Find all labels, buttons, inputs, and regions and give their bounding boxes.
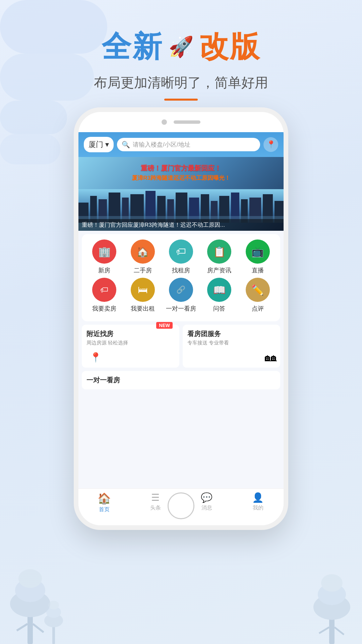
nav-review[interactable]: ✏️ 点评 <box>241 278 275 313</box>
live-icon-circle: 📺 <box>246 239 270 264</box>
location-icon: 📍 <box>266 140 276 149</box>
tree-right <box>305 557 359 644</box>
banner-bottom-text: 重磅！厦门官方回应厦漳R3跨海隧道！迟迟不动工原因... <box>82 221 280 229</box>
city-name: 厦门 <box>88 140 103 150</box>
let-icon-circle: 🛏 <box>131 278 155 302</box>
news-label: 房产资讯 <box>207 266 231 274</box>
nav-news[interactable]: 📋 房产资讯 <box>202 239 236 274</box>
phone-inner: 厦门 ▾ 🔍 请输入楼盘/小区/地址 📍 <box>78 132 284 525</box>
review-icon: ✏️ <box>251 284 264 296</box>
search-input[interactable]: 🔍 请输入楼盘/小区/地址 <box>117 138 260 151</box>
nearby-subtitle: 周边房源 轻松选择 <box>86 340 175 346</box>
phone-notch <box>78 112 284 132</box>
tab-profile[interactable]: 👤 我的 <box>232 492 284 512</box>
one-one-section-title: 一对一看房 <box>86 376 276 385</box>
search-placeholder-text: 请输入楼盘/小区/地址 <box>133 141 190 149</box>
small-tree-left <box>40 590 67 644</box>
headline-tab-icon: ☰ <box>151 492 160 503</box>
home-tab-icon: 🏠 <box>98 492 111 505</box>
nav-second-house[interactable]: 🏠 二手房 <box>126 239 160 274</box>
nav-qa[interactable]: 📖 问答 <box>202 278 236 313</box>
second-house-icon-circle: 🏠 <box>131 239 155 264</box>
headline-tab-label: 头条 <box>150 504 161 512</box>
svg-point-30 <box>321 574 343 592</box>
sell-icon-circle: 🏷 <box>92 278 116 302</box>
house-icon: 🏠 <box>136 246 149 258</box>
new-house-label: 新房 <box>98 266 110 274</box>
tab-home[interactable]: 🏠 首页 <box>78 492 130 513</box>
phone-camera <box>162 119 167 125</box>
let-label: 我要出租 <box>131 305 155 313</box>
search-area: 厦门 ▾ 🔍 请输入楼盘/小区/地址 📍 <box>78 132 284 157</box>
header-section: 全新 🚀 改版 布局更加清晰明了，简单好用 <box>0 27 362 101</box>
house-group-icon: 🏘 <box>265 350 277 364</box>
banner-headline1: 重磅！厦门官方最新回应！ <box>78 164 284 173</box>
phone-speaker <box>174 120 200 124</box>
review-label: 点评 <box>252 305 264 313</box>
map-pin-icon: 📍 <box>90 352 102 363</box>
header-divider <box>164 99 198 101</box>
banner-headline2: 厦漳R3跨海隧道迟迟不动工原因曝光！ <box>78 174 284 182</box>
profile-tab-icon: 👤 <box>252 492 264 503</box>
building-icon: 🏢 <box>98 246 111 258</box>
nav-new-house[interactable]: 🏢 新房 <box>87 239 121 274</box>
tour-service-card[interactable]: 看房团服务 专车接送 专业带看 🏘 <box>183 325 280 368</box>
profile-tab-label: 我的 <box>253 504 263 512</box>
rent-label: 找租房 <box>172 266 190 274</box>
city-silhouette <box>78 189 284 223</box>
message-tab-icon: 💬 <box>201 492 213 503</box>
qa-label: 问答 <box>213 305 225 313</box>
tour-title: 看房团服务 <box>187 329 276 338</box>
location-button[interactable]: 📍 <box>263 137 278 152</box>
svg-line-25 <box>17 624 27 631</box>
message-tab-label: 消息 <box>201 504 212 512</box>
sell-icon: 🏷 <box>100 285 108 294</box>
nav-live[interactable]: 📺 直播 <box>241 239 275 274</box>
one-one-icon-circle: 🔗 <box>169 278 193 302</box>
live-label: 直播 <box>252 266 264 274</box>
review-icon-circle: ✏️ <box>246 278 270 302</box>
rent-icon: 🏷 <box>176 246 186 257</box>
home-tab-label: 首页 <box>99 506 110 513</box>
nav-one-one[interactable]: 🔗 一对一看房 <box>164 278 198 313</box>
svg-point-24 <box>18 569 42 588</box>
new-badge: NEW <box>156 322 173 329</box>
bed-icon: 🛏 <box>138 284 148 296</box>
live-icon: 📺 <box>251 246 264 258</box>
header-subtitle: 布局更加清晰明了，简单好用 <box>0 73 362 92</box>
banner-bottom-bar: 重磅！厦门官方回应厦漳R3跨海隧道！迟迟不动工原因... <box>78 219 284 231</box>
bg-cloud-3 <box>0 101 67 134</box>
services-section: NEW 附近找房 周边房源 轻松选择 📍 看房团服务 专车接送 专业带看 🏘 <box>82 325 280 368</box>
header-title: 全新 🚀 改版 <box>0 27 362 67</box>
icon-grid-section: 🏢 新房 🏠 二手房 🏷 找租房 <box>82 234 280 321</box>
nearby-title: 附近找房 <box>86 329 175 338</box>
tour-subtitle: 专车接送 专业带看 <box>187 340 276 346</box>
one-one-section[interactable]: 一对一看房 <box>82 371 280 389</box>
one-one-label: 一对一看房 <box>166 305 196 313</box>
news-icon-circle: 📋 <box>207 239 231 264</box>
header-title-left: 全新 <box>102 27 163 67</box>
chevron-down-icon: ▾ <box>105 140 109 149</box>
qa-icon: 📖 <box>213 284 226 296</box>
svg-line-32 <box>335 627 344 635</box>
header-title-right: 改版 <box>199 27 261 67</box>
bg-cloud-4 <box>0 134 60 164</box>
nav-rent[interactable]: 🏷 找租房 <box>164 239 198 274</box>
nav-let[interactable]: 🛏 我要出租 <box>126 278 160 313</box>
city-selector[interactable]: 厦门 ▾ <box>84 137 114 152</box>
svg-line-31 <box>319 627 329 633</box>
phone-mockup: 厦门 ▾ 🔍 请输入楼盘/小区/地址 📍 <box>74 107 288 530</box>
nav-sell[interactable]: 🏷 我要卖房 <box>87 278 121 313</box>
new-house-icon-circle: 🏢 <box>92 239 116 264</box>
search-icon: 🔍 <box>122 141 130 149</box>
svg-point-36 <box>48 601 59 609</box>
banner-text-overlay: 重磅！厦门官方最新回应！ 厦漳R3跨海隧道迟迟不动工原因曝光！ <box>78 164 284 182</box>
nearby-service-card[interactable]: NEW 附近找房 周边房源 轻松选择 📍 <box>82 325 179 368</box>
rocket-icon: 🚀 <box>169 35 194 59</box>
one-one-icon: 🔗 <box>176 285 185 294</box>
banner[interactable]: 重磅！厦门官方最新回应！ 厦漳R3跨海隧道迟迟不动工原因曝光！ 重磅！厦门官方回… <box>78 157 284 231</box>
sell-label: 我要卖房 <box>92 305 116 313</box>
rent-icon-circle: 🏷 <box>169 239 193 264</box>
home-button[interactable] <box>168 492 194 519</box>
icon-row-2: 🏷 我要卖房 🛏 我要出租 🔗 一对一看房 <box>85 278 277 313</box>
